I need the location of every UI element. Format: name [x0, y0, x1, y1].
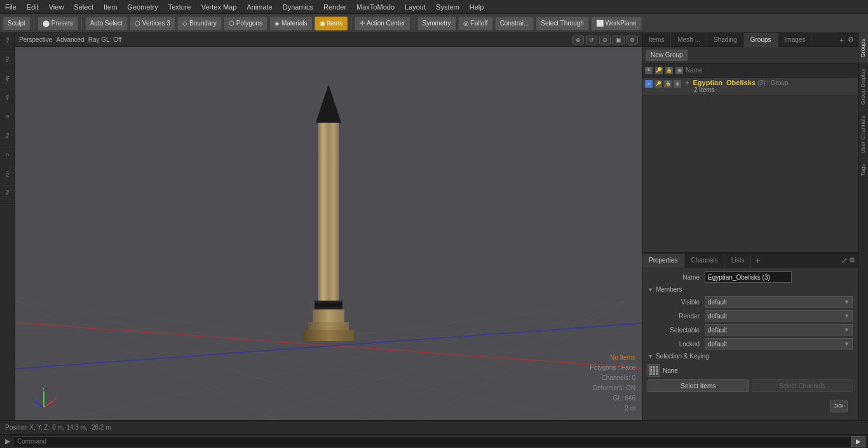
vtab-groups[interactable]: Groups [858, 33, 868, 63]
materials-button[interactable]: ◈ Materials [269, 17, 313, 31]
vp-render-icon[interactable]: ▣ [613, 36, 625, 44]
gi-key-icon[interactable]: 🔑 [654, 80, 662, 88]
tab-panel-icons: + ⚙ [839, 36, 858, 44]
panel-expand-icon[interactable]: + [839, 36, 845, 44]
col-lock-icon[interactable]: 🔒 [665, 67, 673, 74]
auto-select-button[interactable]: Auto Select [85, 17, 128, 31]
visible-value: default ▼ [705, 296, 853, 308]
selectable-dropdown[interactable]: default ▼ [705, 324, 853, 336]
sidebar-item-9[interactable]: Fu... [0, 186, 15, 205]
command-run-button[interactable]: ▶ [851, 436, 865, 447]
vtab-tags[interactable]: Tags [858, 158, 868, 181]
sidebar-item-2[interactable]: Du... [0, 52, 15, 71]
boundary-button[interactable]: ◇ Boundary [177, 17, 222, 31]
vtab-group-display[interactable]: Group Display [858, 63, 868, 110]
menu-animate[interactable]: Animate [241, 2, 277, 12]
ptab-expand-icon[interactable]: ⤢ [841, 256, 848, 265]
group-expand-icon[interactable]: + [685, 79, 689, 86]
tab-mesh[interactable]: Mesh ... [671, 33, 707, 47]
ptab-add[interactable]: + [751, 255, 764, 266]
ptab-properties[interactable]: Properties [642, 254, 685, 268]
menu-bar: File Edit View Select Item Geometry Text… [0, 0, 868, 14]
new-group-button[interactable]: New Group [646, 50, 688, 61]
locked-value: default ▼ [705, 338, 853, 350]
col-render-icon[interactable]: ◉ [675, 67, 683, 74]
obelisk-shaft [318, 123, 339, 301]
presets-icon: ⬤ [43, 20, 50, 27]
polygons-button[interactable]: ⬡ Polygons [224, 17, 268, 31]
members-triangle[interactable]: ▼ [648, 287, 653, 293]
vp-zoom-icon[interactable]: ⊙ [599, 36, 611, 44]
viewport[interactable]: Perspective Advanced Ray GL: Off ⊕ ↺ ⊙ ▣… [15, 33, 642, 420]
menu-maxtomodo[interactable]: MaxToModo [351, 2, 400, 12]
menu-system[interactable]: System [431, 2, 465, 12]
menu-edit[interactable]: Edit [22, 2, 44, 12]
gi-render-icon[interactable]: ◉ [674, 80, 681, 88]
visible-dropdown[interactable]: default ▼ [705, 296, 853, 308]
menu-select[interactable]: Select [69, 2, 98, 12]
workplane-button[interactable]: ⬜ WorkPlane [591, 17, 642, 31]
name-input[interactable] [705, 271, 792, 283]
vp-settings-icon[interactable]: ⚙ [627, 36, 638, 44]
sidebar-item-5[interactable]: E... [0, 109, 15, 128]
items-button[interactable]: ◉ Items [315, 17, 348, 31]
sidebar-item-1[interactable]: Pe... [0, 33, 15, 52]
selkeying-triangle[interactable]: ▼ [648, 353, 653, 360]
menu-texture[interactable]: Texture [163, 2, 196, 12]
vtab-user-channels[interactable]: User Channels [858, 110, 868, 159]
tab-groups[interactable]: Groups [744, 33, 778, 47]
menu-render[interactable]: Render [318, 2, 351, 12]
command-expand-icon[interactable]: ▶ [3, 437, 13, 445]
sidebar-item-7[interactable]: C... [0, 147, 15, 166]
sidebar-item-4[interactable]: Ve... [0, 90, 15, 109]
polygons-icon: ⬡ [229, 20, 234, 27]
select-items-button[interactable]: Select Items [648, 379, 749, 392]
tab-shading[interactable]: Shading [707, 33, 744, 47]
vp-rotate-icon[interactable]: ↺ [586, 36, 597, 44]
menu-vertex-map[interactable]: Vertex Map [196, 2, 242, 12]
symmetry-button[interactable]: Symmetry [417, 17, 456, 31]
panel-settings-icon[interactable]: ⚙ [846, 36, 855, 44]
menu-file[interactable]: File [0, 2, 22, 12]
arrow-button[interactable]: >> [830, 400, 848, 412]
none-row: None [648, 364, 853, 377]
tab-items[interactable]: Items [642, 33, 671, 47]
ptab-lists[interactable]: Lists [725, 254, 752, 268]
menu-dynamics[interactable]: Dynamics [278, 2, 318, 12]
presets-button[interactable]: ⬤ Presets [37, 17, 78, 31]
gi-lock-icon[interactable]: 🔒 [664, 80, 672, 88]
sculpt-button[interactable]: Sculpt [3, 17, 31, 31]
gi-eye-icon[interactable]: 👁 [645, 80, 653, 88]
menu-geometry[interactable]: Geometry [122, 2, 163, 12]
viewport-content[interactable]: Z X Y No Items Polygons : Face Channels:… [15, 47, 642, 420]
menu-layout[interactable]: Layout [400, 2, 431, 12]
vertical-tabs: Groups Group Display User Channels Tags [858, 33, 868, 420]
menu-view[interactable]: View [44, 2, 69, 12]
tab-images[interactable]: Images [778, 33, 813, 47]
menu-help[interactable]: Help [465, 2, 489, 12]
action-center-button[interactable]: ✛ Action Center [355, 17, 410, 31]
col-key-icon[interactable]: 🔑 [655, 67, 663, 74]
sk-grid-icon[interactable] [648, 364, 660, 377]
menu-item[interactable]: Item [98, 2, 122, 12]
locked-label: Locked [648, 341, 705, 348]
locked-dropdown[interactable]: default ▼ [705, 338, 853, 350]
command-input[interactable] [13, 436, 851, 447]
constrai-button[interactable]: Constrai... [495, 17, 534, 31]
gc-2 [653, 366, 655, 369]
vp-move-icon[interactable]: ⊕ [573, 36, 584, 44]
sidebar-item-8[interactable]: UV... [0, 166, 15, 186]
name-row: Name [642, 270, 858, 284]
left-sidebar: Pe... Du... Me... Ve... E... Po... C... … [0, 33, 15, 420]
select-channels-button[interactable]: Select Channels [752, 379, 853, 392]
render-dropdown[interactable]: default ▼ [705, 310, 853, 322]
ptab-channels[interactable]: Channels [685, 254, 725, 268]
select-through-button[interactable]: Select Through [536, 17, 589, 31]
sidebar-item-6[interactable]: Po... [0, 128, 15, 147]
group-item[interactable]: 👁 🔑 🔒 ◉ + Egyptian_Obelisks (3) : Group … [642, 78, 858, 95]
col-eye-icon[interactable]: 👁 [645, 67, 653, 74]
falloff-button[interactable]: ◎ Falloff [458, 17, 493, 31]
ptab-settings-icon[interactable]: ⚙ [849, 256, 855, 264]
sidebar-item-3[interactable]: Me... [0, 71, 15, 90]
vertices-button[interactable]: ⬡ Vertices 3 [130, 17, 175, 31]
